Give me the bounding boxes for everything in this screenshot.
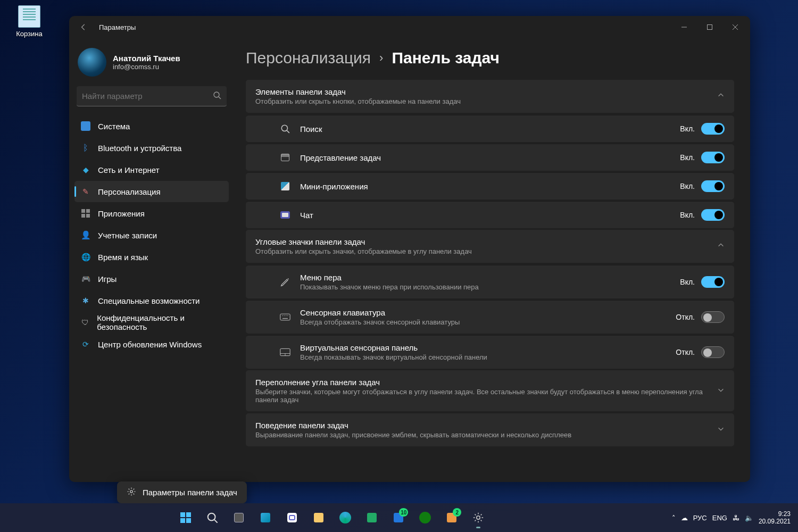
nav-item-network[interactable]: ◆Сеть и Интернет	[74, 159, 229, 180]
get-help-button[interactable]: 2	[440, 506, 463, 529]
taskview-icon	[270, 154, 300, 161]
tray-lang1[interactable]: РУС	[693, 514, 707, 522]
close-button[interactable]	[722, 18, 748, 37]
toggle-touchpad[interactable]	[701, 346, 725, 358]
setting-row-chat: Чат Вкл.	[246, 201, 734, 228]
setting-sublabel: Всегда показывать значок виртуальной сен…	[300, 353, 676, 361]
nav-item-label: Время и язык	[98, 253, 148, 262]
gaming-icon: 🎮	[81, 274, 90, 284]
breadcrumb-parent[interactable]: Персонализация	[246, 49, 371, 67]
taskbar-search-button[interactable]	[201, 506, 224, 529]
setting-sublabel: Всегда отображать значок сенсорной клави…	[300, 318, 676, 326]
nav-item-personalization[interactable]: ✎Персонализация	[74, 181, 229, 202]
section-subtitle: Выберите значки, которые могут отображат…	[255, 388, 717, 404]
search-box[interactable]	[77, 86, 227, 106]
search-input[interactable]	[82, 92, 213, 101]
nav-item-accessibility[interactable]: ✱Специальные возможности	[74, 290, 229, 311]
section-title: Угловые значки панели задач	[255, 237, 717, 246]
desktop-icon-recycle-bin[interactable]: Корзина	[11, 5, 48, 38]
maximize-button[interactable]	[697, 18, 722, 37]
svg-rect-16	[180, 512, 185, 517]
start-button[interactable]	[174, 506, 197, 529]
section-taskbar-items: Элементы панели задач Отобразить или скр…	[246, 80, 734, 113]
toggle-touchkbd[interactable]	[701, 311, 725, 323]
section-header-corner[interactable]: Угловые значки панели задач Отобразить и…	[246, 230, 734, 263]
svg-point-15	[130, 491, 133, 493]
bluetooth-icon: ᛒ	[81, 143, 90, 153]
tray-lang2[interactable]: ENG	[712, 514, 727, 522]
onedrive-icon[interactable]: ☁	[681, 514, 688, 522]
toggle-widgets[interactable]	[701, 180, 725, 192]
tray-chevron-up-icon[interactable]: ˄	[672, 514, 676, 522]
search-icon	[270, 124, 300, 134]
nav-item-privacy[interactable]: 🛡Конфиденциальность и безопасность	[74, 312, 229, 333]
section-header-items[interactable]: Элементы панели задач Отобразить или скр…	[246, 80, 734, 113]
nav-item-label: Система	[98, 122, 130, 131]
section-header-overflow[interactable]: Переполнение угла панели задач Выберите …	[246, 370, 734, 411]
tray-time: 9:23	[759, 510, 791, 518]
nav-item-time[interactable]: 🌐Время и язык	[74, 246, 229, 268]
setting-label: Виртуальная сенсорная панель	[300, 343, 676, 352]
setting-row-taskview: Представление задач Вкл.	[246, 144, 734, 171]
update-icon: ⟳	[81, 339, 90, 349]
system-tray: ˄ ☁ РУС ENG 🖧 🔈 9:23 20.09.2021	[664, 510, 798, 526]
nav-item-bluetooth[interactable]: ᛒBluetooth и устройства	[74, 137, 229, 159]
touchkbd-icon	[270, 313, 300, 321]
task-view-button[interactable]	[227, 506, 251, 529]
tray-clock[interactable]: 9:23 20.09.2021	[759, 510, 791, 526]
privacy-icon: 🛡	[81, 318, 89, 327]
toggle-state-label: Вкл.	[680, 124, 695, 133]
section-subtitle: Отобразить или скрыть кнопки, отображаем…	[255, 97, 717, 105]
nav-item-gaming[interactable]: 🎮Игры	[74, 268, 229, 289]
system-icon	[81, 121, 90, 131]
minimize-button[interactable]	[671, 18, 697, 37]
recycle-bin-icon	[18, 5, 40, 28]
network-icon[interactable]: 🖧	[733, 514, 739, 522]
nav-item-update[interactable]: ⟳Центр обновления Windows	[74, 334, 229, 355]
time-icon: 🌐	[81, 252, 90, 262]
widgets-button[interactable]	[254, 506, 277, 529]
chat-button[interactable]	[280, 506, 304, 529]
svg-rect-17	[186, 512, 191, 517]
nav-item-system[interactable]: Система	[74, 115, 229, 137]
breadcrumb-current: Панель задач	[392, 49, 500, 67]
jumplist-taskbar-settings[interactable]: Параметры панели задач	[117, 481, 247, 503]
section-overflow: Переполнение угла панели задач Выберите …	[246, 370, 734, 411]
nav-item-apps[interactable]: Приложения	[74, 203, 229, 224]
section-behavior: Поведение панели задач Выравнивание пане…	[246, 413, 734, 446]
nav-item-accounts[interactable]: 👤Учетные записи	[74, 225, 229, 246]
user-block[interactable]: Анатолий Ткачев info@comss.ru	[72, 43, 231, 86]
toggle-search[interactable]	[701, 123, 725, 135]
toggle-state-label: Откл.	[676, 313, 695, 321]
svg-point-4	[281, 125, 287, 131]
svg-line-21	[214, 520, 218, 523]
toggle-state-label: Вкл.	[680, 153, 695, 162]
chat-icon	[270, 211, 300, 219]
chevron-down-icon	[717, 425, 725, 435]
toggle-pen[interactable]	[701, 276, 725, 288]
back-button[interactable]	[78, 21, 89, 33]
file-explorer-button[interactable]	[307, 506, 330, 529]
recycle-bin-label: Корзина	[11, 30, 48, 38]
svg-rect-6	[280, 314, 290, 320]
nav-item-label: Сеть и Интернет	[98, 165, 160, 174]
toggle-chat[interactable]	[701, 209, 725, 221]
store-button[interactable]	[360, 506, 384, 529]
nav: СистемаᛒBluetooth и устройства◆Сеть и Ин…	[72, 115, 231, 355]
tips-button[interactable]: 10	[387, 506, 410, 529]
edge-button[interactable]	[334, 506, 357, 529]
section-title: Поведение панели задач	[255, 421, 717, 430]
svg-rect-18	[180, 518, 185, 523]
volume-icon[interactable]: 🔈	[745, 514, 753, 522]
settings-taskbar-button[interactable]	[467, 506, 490, 529]
gear-icon	[127, 487, 136, 498]
taskview-icon	[234, 513, 244, 522]
section-header-behavior[interactable]: Поведение панели задач Выравнивание пане…	[246, 413, 734, 446]
avatar	[78, 48, 106, 77]
xbox-button[interactable]	[413, 506, 437, 529]
folder-icon	[314, 513, 323, 522]
setting-label: Представление задач	[300, 153, 680, 162]
toggle-taskview[interactable]	[701, 152, 725, 163]
section-title: Переполнение угла панели задач	[255, 378, 717, 387]
gear-icon	[472, 512, 484, 523]
